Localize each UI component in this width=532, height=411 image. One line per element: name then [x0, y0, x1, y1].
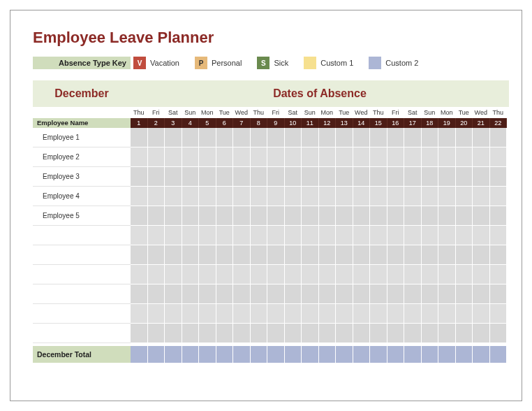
leave-cell[interactable]	[404, 265, 422, 284]
leave-cell[interactable]	[438, 284, 456, 304]
leave-cell[interactable]	[251, 147, 268, 167]
leave-cell[interactable]	[473, 265, 490, 284]
leave-cell[interactable]	[251, 206, 268, 226]
leave-cell[interactable]	[319, 324, 337, 343]
leave-cell[interactable]	[251, 128, 268, 147]
leave-cell[interactable]	[336, 206, 353, 226]
leave-cell[interactable]	[302, 324, 319, 343]
employee-name-cell[interactable]	[33, 324, 131, 343]
leave-cell[interactable]	[490, 128, 508, 147]
leave-cell[interactable]	[404, 304, 422, 324]
leave-cell[interactable]	[336, 226, 353, 245]
leave-cell[interactable]	[165, 265, 182, 284]
leave-cell[interactable]	[233, 147, 251, 167]
leave-cell[interactable]	[165, 187, 182, 206]
leave-cell[interactable]	[456, 245, 473, 265]
leave-cell[interactable]	[422, 187, 439, 206]
employee-name-cell[interactable]	[33, 265, 131, 284]
leave-cell[interactable]	[251, 167, 268, 187]
leave-cell[interactable]	[370, 147, 387, 167]
leave-cell[interactable]	[251, 265, 268, 284]
leave-cell[interactable]	[285, 206, 302, 226]
leave-cell[interactable]	[233, 128, 251, 147]
leave-cell[interactable]	[353, 147, 371, 167]
leave-cell[interactable]	[370, 304, 387, 324]
leave-cell[interactable]	[216, 147, 234, 167]
leave-cell[interactable]	[473, 206, 490, 226]
leave-cell[interactable]	[148, 304, 165, 324]
leave-cell[interactable]	[490, 187, 508, 206]
leave-cell[interactable]	[353, 304, 371, 324]
leave-cell[interactable]	[490, 167, 508, 187]
leave-cell[interactable]	[199, 324, 216, 343]
leave-cell[interactable]	[131, 167, 148, 187]
leave-cell[interactable]	[319, 284, 337, 304]
employee-name-cell[interactable]: Employee 4	[33, 187, 131, 206]
leave-cell[interactable]	[438, 147, 456, 167]
leave-cell[interactable]	[370, 128, 387, 147]
leave-cell[interactable]	[387, 265, 405, 284]
leave-cell[interactable]	[182, 324, 200, 343]
leave-cell[interactable]	[336, 187, 353, 206]
leave-cell[interactable]	[182, 206, 200, 226]
leave-cell[interactable]	[456, 265, 473, 284]
leave-cell[interactable]	[353, 284, 371, 304]
leave-cell[interactable]	[148, 265, 165, 284]
leave-cell[interactable]	[490, 265, 508, 284]
leave-cell[interactable]	[490, 245, 508, 265]
leave-cell[interactable]	[199, 206, 216, 226]
leave-cell[interactable]	[422, 284, 439, 304]
leave-cell[interactable]	[233, 206, 251, 226]
leave-cell[interactable]	[251, 245, 268, 265]
leave-cell[interactable]	[353, 265, 371, 284]
leave-cell[interactable]	[267, 265, 285, 284]
leave-cell[interactable]	[473, 226, 490, 245]
employee-name-cell[interactable]	[33, 284, 131, 304]
leave-cell[interactable]	[302, 284, 319, 304]
employee-name-cell[interactable]: Employee 3	[33, 167, 131, 187]
leave-cell[interactable]	[490, 206, 508, 226]
employee-name-cell[interactable]	[33, 245, 131, 265]
leave-cell[interactable]	[422, 324, 439, 343]
leave-cell[interactable]	[319, 206, 337, 226]
leave-cell[interactable]	[387, 187, 405, 206]
leave-cell[interactable]	[438, 265, 456, 284]
leave-cell[interactable]	[456, 304, 473, 324]
leave-cell[interactable]	[165, 226, 182, 245]
leave-cell[interactable]	[199, 226, 216, 245]
leave-cell[interactable]	[490, 304, 508, 324]
leave-cell[interactable]	[302, 265, 319, 284]
leave-cell[interactable]	[199, 245, 216, 265]
leave-cell[interactable]	[233, 245, 251, 265]
leave-cell[interactable]	[148, 226, 165, 245]
leave-cell[interactable]	[216, 128, 234, 147]
leave-cell[interactable]	[131, 265, 148, 284]
leave-cell[interactable]	[182, 147, 200, 167]
leave-cell[interactable]	[438, 226, 456, 245]
leave-cell[interactable]	[353, 187, 371, 206]
leave-cell[interactable]	[456, 167, 473, 187]
leave-cell[interactable]	[404, 284, 422, 304]
leave-cell[interactable]	[370, 324, 387, 343]
employee-name-cell[interactable]: Employee 1	[33, 128, 131, 147]
leave-cell[interactable]	[285, 284, 302, 304]
leave-cell[interactable]	[438, 167, 456, 187]
leave-cell[interactable]	[285, 304, 302, 324]
leave-cell[interactable]	[473, 324, 490, 343]
leave-cell[interactable]	[353, 128, 371, 147]
leave-cell[interactable]	[387, 284, 405, 304]
leave-cell[interactable]	[473, 304, 490, 324]
leave-cell[interactable]	[319, 265, 337, 284]
leave-cell[interactable]	[404, 167, 422, 187]
leave-cell[interactable]	[490, 284, 508, 304]
leave-cell[interactable]	[216, 324, 234, 343]
leave-cell[interactable]	[302, 304, 319, 324]
leave-cell[interactable]	[490, 226, 508, 245]
leave-cell[interactable]	[251, 187, 268, 206]
leave-cell[interactable]	[370, 265, 387, 284]
leave-cell[interactable]	[336, 245, 353, 265]
employee-name-cell[interactable]	[33, 304, 131, 324]
leave-cell[interactable]	[165, 206, 182, 226]
leave-cell[interactable]	[370, 284, 387, 304]
leave-cell[interactable]	[267, 187, 285, 206]
